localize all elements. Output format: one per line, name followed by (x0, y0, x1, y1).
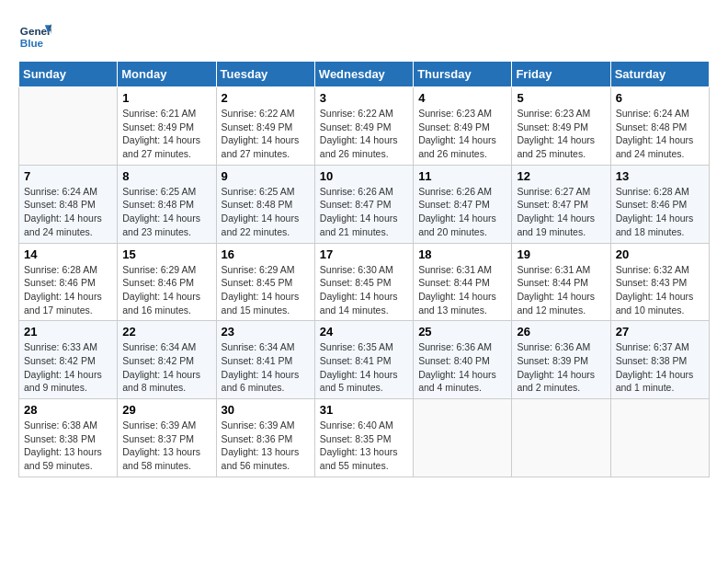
calendar-cell: 26Sunrise: 6:36 AM Sunset: 8:39 PM Dayli… (512, 321, 610, 399)
weekday-header-wednesday: Wednesday (314, 62, 413, 87)
cell-info: Sunrise: 6:29 AM Sunset: 8:46 PM Dayligh… (122, 263, 210, 317)
calendar-cell: 16Sunrise: 6:29 AM Sunset: 8:45 PM Dayli… (216, 243, 314, 321)
weekday-header-sunday: Sunday (19, 62, 118, 87)
cell-info: Sunrise: 6:25 AM Sunset: 8:48 PM Dayligh… (122, 185, 210, 239)
cell-info: Sunrise: 6:31 AM Sunset: 8:44 PM Dayligh… (517, 263, 605, 317)
day-number: 6 (616, 91, 704, 105)
calendar-cell: 11Sunrise: 6:26 AM Sunset: 8:47 PM Dayli… (414, 165, 512, 243)
calendar-week-1: 1Sunrise: 6:21 AM Sunset: 8:49 PM Daylig… (19, 87, 710, 166)
calendar-week-2: 7Sunrise: 6:24 AM Sunset: 8:48 PM Daylig… (19, 165, 710, 243)
cell-info: Sunrise: 6:29 AM Sunset: 8:45 PM Dayligh… (222, 263, 310, 317)
weekday-header-thursday: Thursday (414, 62, 512, 87)
calendar-cell: 8Sunrise: 6:25 AM Sunset: 8:48 PM Daylig… (118, 165, 216, 243)
cell-info: Sunrise: 6:21 AM Sunset: 8:49 PM Dayligh… (122, 107, 210, 161)
cell-info: Sunrise: 6:34 AM Sunset: 8:42 PM Dayligh… (122, 340, 210, 395)
calendar-cell (19, 87, 118, 166)
cell-info: Sunrise: 6:24 AM Sunset: 8:48 PM Dayligh… (616, 107, 704, 161)
calendar-cell: 28Sunrise: 6:38 AM Sunset: 8:38 PM Dayli… (19, 399, 118, 477)
calendar-cell (610, 399, 709, 477)
day-number: 24 (320, 325, 408, 339)
cell-info: Sunrise: 6:23 AM Sunset: 8:49 PM Dayligh… (418, 107, 506, 161)
calendar-cell: 1Sunrise: 6:21 AM Sunset: 8:49 PM Daylig… (118, 87, 216, 166)
day-number: 10 (320, 169, 408, 183)
day-number: 7 (24, 169, 112, 183)
weekday-header-monday: Monday (118, 62, 216, 87)
cell-info: Sunrise: 6:26 AM Sunset: 8:47 PM Dayligh… (418, 185, 506, 239)
day-number: 29 (122, 403, 210, 417)
calendar-cell (414, 399, 512, 477)
cell-info: Sunrise: 6:36 AM Sunset: 8:40 PM Dayligh… (418, 340, 506, 395)
day-number: 13 (616, 169, 704, 183)
calendar-cell: 30Sunrise: 6:39 AM Sunset: 8:36 PM Dayli… (216, 399, 314, 477)
cell-info: Sunrise: 6:36 AM Sunset: 8:39 PM Dayligh… (517, 340, 605, 395)
day-number: 26 (517, 325, 605, 339)
cell-info: Sunrise: 6:28 AM Sunset: 8:46 PM Dayligh… (24, 263, 112, 317)
day-number: 12 (517, 169, 605, 183)
calendar-cell (512, 399, 610, 477)
calendar-cell: 25Sunrise: 6:36 AM Sunset: 8:40 PM Dayli… (414, 321, 512, 399)
day-number: 21 (24, 325, 112, 339)
page-header: General Blue (18, 18, 710, 52)
calendar-cell: 12Sunrise: 6:27 AM Sunset: 8:47 PM Dayli… (512, 165, 610, 243)
day-number: 19 (517, 247, 605, 261)
day-number: 14 (24, 247, 112, 261)
weekday-header-saturday: Saturday (610, 62, 709, 87)
day-number: 20 (616, 247, 704, 261)
calendar-table: SundayMondayTuesdayWednesdayThursdayFrid… (18, 61, 710, 477)
day-number: 25 (418, 325, 506, 339)
cell-info: Sunrise: 6:24 AM Sunset: 8:48 PM Dayligh… (24, 185, 112, 239)
cell-info: Sunrise: 6:23 AM Sunset: 8:49 PM Dayligh… (517, 107, 605, 161)
calendar-cell: 17Sunrise: 6:30 AM Sunset: 8:45 PM Dayli… (314, 243, 413, 321)
calendar-cell: 24Sunrise: 6:35 AM Sunset: 8:41 PM Dayli… (314, 321, 413, 399)
calendar-header-row: SundayMondayTuesdayWednesdayThursdayFrid… (19, 62, 710, 87)
weekday-header-tuesday: Tuesday (216, 62, 314, 87)
calendar-week-5: 28Sunrise: 6:38 AM Sunset: 8:38 PM Dayli… (19, 399, 710, 477)
day-number: 28 (24, 403, 112, 417)
calendar-week-4: 21Sunrise: 6:33 AM Sunset: 8:42 PM Dayli… (19, 321, 710, 399)
calendar-cell: 29Sunrise: 6:39 AM Sunset: 8:37 PM Dayli… (118, 399, 216, 477)
calendar-body: 1Sunrise: 6:21 AM Sunset: 8:49 PM Daylig… (19, 87, 710, 477)
calendar-cell: 13Sunrise: 6:28 AM Sunset: 8:46 PM Dayli… (610, 165, 709, 243)
day-number: 2 (222, 91, 310, 105)
cell-info: Sunrise: 6:39 AM Sunset: 8:36 PM Dayligh… (222, 419, 310, 473)
calendar-cell: 4Sunrise: 6:23 AM Sunset: 8:49 PM Daylig… (414, 87, 512, 166)
calendar-cell: 21Sunrise: 6:33 AM Sunset: 8:42 PM Dayli… (19, 321, 118, 399)
day-number: 22 (122, 325, 210, 339)
calendar-cell: 7Sunrise: 6:24 AM Sunset: 8:48 PM Daylig… (19, 165, 118, 243)
cell-info: Sunrise: 6:38 AM Sunset: 8:38 PM Dayligh… (24, 419, 112, 473)
cell-info: Sunrise: 6:22 AM Sunset: 8:49 PM Dayligh… (222, 107, 310, 161)
cell-info: Sunrise: 6:31 AM Sunset: 8:44 PM Dayligh… (418, 263, 506, 317)
day-number: 23 (222, 325, 310, 339)
day-number: 15 (122, 247, 210, 261)
day-number: 31 (320, 403, 408, 417)
calendar-cell: 6Sunrise: 6:24 AM Sunset: 8:48 PM Daylig… (610, 87, 709, 166)
cell-info: Sunrise: 6:27 AM Sunset: 8:47 PM Dayligh… (517, 185, 605, 239)
day-number: 4 (418, 91, 506, 105)
svg-text:Blue: Blue (20, 37, 44, 49)
cell-info: Sunrise: 6:32 AM Sunset: 8:43 PM Dayligh… (616, 263, 704, 317)
calendar-cell: 22Sunrise: 6:34 AM Sunset: 8:42 PM Dayli… (118, 321, 216, 399)
calendar-cell: 5Sunrise: 6:23 AM Sunset: 8:49 PM Daylig… (512, 87, 610, 166)
calendar-cell: 15Sunrise: 6:29 AM Sunset: 8:46 PM Dayli… (118, 243, 216, 321)
cell-info: Sunrise: 6:40 AM Sunset: 8:35 PM Dayligh… (320, 419, 408, 473)
day-number: 5 (517, 91, 605, 105)
cell-info: Sunrise: 6:37 AM Sunset: 8:38 PM Dayligh… (616, 340, 704, 395)
calendar-week-3: 14Sunrise: 6:28 AM Sunset: 8:46 PM Dayli… (19, 243, 710, 321)
day-number: 18 (418, 247, 506, 261)
cell-info: Sunrise: 6:25 AM Sunset: 8:48 PM Dayligh… (222, 185, 310, 239)
cell-info: Sunrise: 6:35 AM Sunset: 8:41 PM Dayligh… (320, 340, 408, 395)
calendar-cell: 14Sunrise: 6:28 AM Sunset: 8:46 PM Dayli… (19, 243, 118, 321)
day-number: 3 (320, 91, 408, 105)
cell-info: Sunrise: 6:34 AM Sunset: 8:41 PM Dayligh… (222, 340, 310, 395)
cell-info: Sunrise: 6:39 AM Sunset: 8:37 PM Dayligh… (122, 419, 210, 473)
weekday-header-friday: Friday (512, 62, 610, 87)
cell-info: Sunrise: 6:33 AM Sunset: 8:42 PM Dayligh… (24, 340, 112, 395)
day-number: 30 (222, 403, 310, 417)
calendar-cell: 31Sunrise: 6:40 AM Sunset: 8:35 PM Dayli… (314, 399, 413, 477)
day-number: 27 (616, 325, 704, 339)
cell-info: Sunrise: 6:28 AM Sunset: 8:46 PM Dayligh… (616, 185, 704, 239)
calendar-cell: 18Sunrise: 6:31 AM Sunset: 8:44 PM Dayli… (414, 243, 512, 321)
cell-info: Sunrise: 6:26 AM Sunset: 8:47 PM Dayligh… (320, 185, 408, 239)
day-number: 11 (418, 169, 506, 183)
calendar-cell: 27Sunrise: 6:37 AM Sunset: 8:38 PM Dayli… (610, 321, 709, 399)
